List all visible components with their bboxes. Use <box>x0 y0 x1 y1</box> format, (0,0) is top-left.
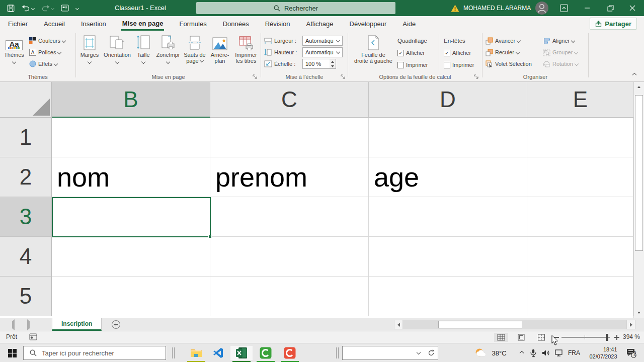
cell-B2[interactable]: nom <box>52 157 210 197</box>
qat-customize-icon[interactable] <box>76 7 78 10</box>
minimize-button[interactable] <box>576 0 599 16</box>
taskbar-grip[interactable] <box>336 347 339 358</box>
page-layout-view-button[interactable] <box>514 333 528 342</box>
scale-dialog-launcher[interactable] <box>341 74 346 79</box>
row-header-3[interactable]: 3 <box>0 197 52 237</box>
start-button[interactable] <box>3 346 21 360</box>
horizontal-scrollbar[interactable] <box>394 320 635 329</box>
print-titles-button[interactable]: Imprimer les titres <box>233 33 259 64</box>
size-button[interactable]: Taille <box>133 33 153 63</box>
cell-E4[interactable] <box>527 237 633 277</box>
tab-formules[interactable]: Formules <box>178 17 207 31</box>
touch-mouse-mode-icon[interactable] <box>61 5 69 12</box>
cell-D1[interactable] <box>369 118 527 157</box>
selection-pane-button[interactable]: Volet Sélection <box>486 58 532 69</box>
clock[interactable]: 18:4102/07/2023 <box>585 343 622 362</box>
print-area-button[interactable]: ZoneImpr <box>155 33 181 63</box>
colors-button[interactable]: Couleurs <box>29 35 65 46</box>
macro-record-icon[interactable] <box>29 333 37 340</box>
weather-icon[interactable] <box>472 343 489 362</box>
align-button[interactable]: Aligner <box>543 35 575 46</box>
tab-mise-en-page[interactable]: Mise en page <box>121 17 165 31</box>
network-icon[interactable] <box>552 343 566 362</box>
tab-donnees[interactable]: Données <box>222 17 250 31</box>
ribbon-display-options-icon[interactable] <box>552 0 576 16</box>
taskbar-combo-box[interactable] <box>342 346 425 360</box>
page-break-view-button[interactable] <box>534 333 548 342</box>
scroll-left-button[interactable] <box>394 320 403 329</box>
column-header-C[interactable]: C <box>210 82 369 118</box>
height-dropdown[interactable]: Automatiqu <box>302 47 343 57</box>
microphone-icon[interactable] <box>527 343 539 362</box>
margins-button[interactable]: Marges <box>78 33 101 63</box>
checkbox-checked-icon[interactable] <box>444 50 450 56</box>
column-header-D[interactable]: D <box>369 82 527 118</box>
cell-C3[interactable] <box>210 197 369 237</box>
page-setup-dialog-launcher[interactable] <box>253 74 258 79</box>
tab-affichage[interactable]: Affichage <box>305 17 335 31</box>
notification-center-icon[interactable]: 2 <box>623 343 640 362</box>
cell-C5[interactable] <box>210 277 369 316</box>
checkbox-icon[interactable] <box>397 62 404 68</box>
checkbox-icon[interactable] <box>444 62 450 68</box>
tab-aide[interactable]: Aide <box>401 17 417 31</box>
search-box[interactable]: Rechercher <box>196 2 395 14</box>
save-icon[interactable] <box>7 5 15 12</box>
tab-revision[interactable]: Révision <box>264 17 291 31</box>
sheet-nav-right-icon[interactable] <box>27 321 30 328</box>
background-button[interactable]: Arrière- plan <box>208 33 232 64</box>
cell-E5[interactable] <box>527 277 633 316</box>
send-backward-button[interactable]: Reculer <box>486 47 519 58</box>
horizontal-scroll-thumb[interactable] <box>438 321 522 328</box>
row-header-2[interactable]: 2 <box>0 157 52 197</box>
collapse-ribbon-icon[interactable] <box>632 73 636 77</box>
scroll-up-button[interactable] <box>634 82 644 92</box>
vscode-icon[interactable] <box>207 346 229 360</box>
tab-developpeur[interactable]: Développeur <box>349 17 388 31</box>
sheet-nav-left-icon[interactable] <box>12 321 15 328</box>
headings-print-checkbox[interactable]: Imprimer <box>444 59 474 70</box>
cell-C4[interactable] <box>210 237 369 277</box>
undo-button[interactable] <box>22 5 34 12</box>
undo-dropdown-icon[interactable] <box>31 6 35 10</box>
file-explorer-icon[interactable] <box>185 346 207 360</box>
taskbar-search-box[interactable]: Taper ici pour rechercher <box>23 346 166 360</box>
fill-handle[interactable] <box>208 235 212 238</box>
new-sheet-button[interactable] <box>112 320 120 329</box>
cell-E1[interactable] <box>527 118 633 157</box>
cell-C2[interactable]: prenom <box>210 157 369 197</box>
themes-button[interactable]: Aa Thèmes <box>2 33 26 63</box>
cell-B5[interactable] <box>52 277 210 316</box>
width-dropdown[interactable]: Automatiqu <box>302 36 343 46</box>
language-indicator[interactable]: FRA <box>566 343 583 362</box>
tray-chevron-icon[interactable] <box>516 343 527 362</box>
gridlines-view-checkbox[interactable]: Afficher <box>397 47 425 58</box>
taskbar-grip[interactable] <box>172 347 175 358</box>
orientation-button[interactable]: Orientation <box>103 33 132 63</box>
tab-fichier[interactable]: Fichier <box>7 17 29 31</box>
checkbox-checked-icon[interactable] <box>397 50 404 56</box>
cell-C1[interactable] <box>210 118 369 157</box>
vertical-scrollbar[interactable] <box>633 82 644 318</box>
row-header-1[interactable]: 1 <box>0 118 52 157</box>
column-header-E[interactable]: E <box>527 82 633 118</box>
scale-spinner[interactable] <box>330 59 336 69</box>
camtasia-icon[interactable] <box>255 346 277 360</box>
scroll-right-button[interactable] <box>626 320 635 329</box>
headings-view-checkbox[interactable]: Afficher <box>444 47 471 58</box>
close-button[interactable] <box>621 0 644 16</box>
fonts-button[interactable]: A Polices <box>29 47 61 58</box>
cell-B4[interactable] <box>52 237 210 277</box>
normal-view-button[interactable] <box>494 333 508 342</box>
zoom-slider-thumb[interactable] <box>606 334 608 341</box>
cell-E2[interactable] <box>527 157 633 197</box>
sheet-options-dialog-launcher[interactable] <box>474 74 479 79</box>
zoom-in-button[interactable] <box>613 333 621 341</box>
zoom-slider[interactable] <box>561 337 610 338</box>
scale-input[interactable]: 100 % <box>302 59 330 69</box>
bring-forward-button[interactable]: Avancer <box>486 35 520 46</box>
horizontal-scroll-track[interactable] <box>403 320 626 329</box>
cell-D5[interactable] <box>369 277 527 316</box>
cell-D3[interactable] <box>369 197 527 237</box>
effects-button[interactable]: Effets <box>29 58 57 69</box>
